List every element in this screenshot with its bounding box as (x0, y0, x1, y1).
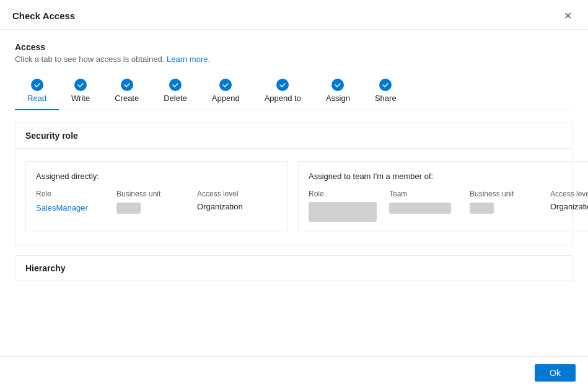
learn-more-link[interactable]: Learn more. (167, 55, 210, 64)
dialog-body: Access Click a tab to see how access is … (0, 30, 588, 356)
security-role-card: Security role Assigned directly: Role Bu… (15, 123, 573, 245)
tab-share-label: Share (375, 94, 397, 103)
team-table-row: Common Data Servi... test group team can… (309, 202, 588, 222)
tab-share-check-icon (379, 79, 392, 91)
dialog-title: Check Access (12, 11, 75, 21)
team-business-cell: can731 (470, 202, 550, 214)
tab-assign[interactable]: Assign (314, 75, 362, 110)
team-access-cell: Organization (550, 202, 588, 211)
team-col-header-role: Role (309, 190, 389, 198)
assigned-team-table-header: Role Team Business unit Access level (309, 190, 588, 198)
assigned-directly-title: Assigned directly: (36, 172, 278, 181)
tabs-container: Read Write Create (15, 75, 573, 110)
team-col-header-team: Team (389, 190, 470, 198)
team-business-blurred: can731 (470, 203, 494, 214)
team-col-header-access: Access level (550, 190, 588, 198)
team-role-cell: Common Data Servi... (309, 202, 389, 222)
team-role-blurred: Common Data Servi... (309, 202, 377, 222)
team-name-blurred: test group team (389, 203, 451, 214)
tab-append-to[interactable]: Append to (252, 75, 314, 110)
tab-assign-label: Assign (326, 94, 350, 103)
tab-append-to-check-icon (276, 79, 289, 91)
assigned-directly-box: Assigned directly: Role Business unit Ac… (25, 161, 288, 232)
team-col-header-business: Business unit (470, 190, 550, 198)
tab-read-label: Read (27, 94, 46, 103)
role-cell: SalesManager (36, 202, 116, 213)
tab-append-check-icon (219, 79, 232, 91)
ok-button[interactable]: Ok (535, 364, 576, 382)
tab-append[interactable]: Append (200, 75, 252, 110)
assigned-team-box: Assigned to team I'm a member of: Role T… (298, 161, 588, 232)
security-role-header: Security role (15, 123, 573, 149)
tab-delete-check-icon (169, 79, 182, 91)
team-name-cell: test group team (389, 202, 470, 214)
dialog-footer: Ok (0, 356, 588, 389)
tab-create-check-icon (121, 79, 133, 91)
tab-write[interactable]: Write (59, 75, 102, 110)
hierarchy-header: Hierarchy (15, 256, 573, 281)
tab-delete[interactable]: Delete (151, 75, 200, 110)
tab-write-label: Write (71, 94, 90, 103)
check-access-dialog: Check Access ✕ Access Click a tab to see… (0, 0, 588, 389)
close-button[interactable]: ✕ (560, 9, 576, 23)
access-title: Access (15, 42, 573, 52)
tab-write-check-icon (74, 79, 87, 91)
col-header-access: Access level (197, 190, 278, 198)
access-level-cell: Organization (197, 202, 278, 211)
col-header-business: Business unit (116, 190, 197, 198)
business-unit-blurred: can731 (116, 203, 141, 214)
tab-read-check-icon (31, 79, 43, 91)
tab-create[interactable]: Create (102, 75, 151, 110)
tab-append-label: Append (212, 94, 240, 103)
security-role-body: Assigned directly: Role Business unit Ac… (15, 149, 573, 245)
tab-create-label: Create (115, 94, 139, 103)
dialog-header: Check Access ✕ (0, 0, 588, 30)
access-subtitle: Click a tab to see how access is obtaine… (15, 55, 573, 64)
role-part1-link[interactable]: Sales (36, 203, 56, 212)
tab-share[interactable]: Share (362, 75, 409, 110)
col-header-role: Role (36, 190, 116, 198)
assigned-directly-table-header: Role Business unit Access level (36, 190, 278, 198)
tab-append-to-label: Append to (265, 94, 301, 103)
tab-assign-check-icon (331, 79, 344, 91)
access-subtitle-text: Click a tab to see how access is obtaine… (15, 55, 164, 64)
table-row: SalesManager can731 Organization (36, 202, 278, 214)
business-unit-cell: can731 (116, 202, 197, 214)
close-icon: ✕ (564, 10, 572, 22)
hierarchy-card: Hierarchy (15, 255, 573, 281)
assigned-team-title: Assigned to team I'm a member of: (309, 172, 588, 181)
tab-read[interactable]: Read (15, 75, 59, 110)
role-part2-link[interactable]: Manager (56, 203, 88, 212)
tab-delete-label: Delete (164, 94, 187, 103)
